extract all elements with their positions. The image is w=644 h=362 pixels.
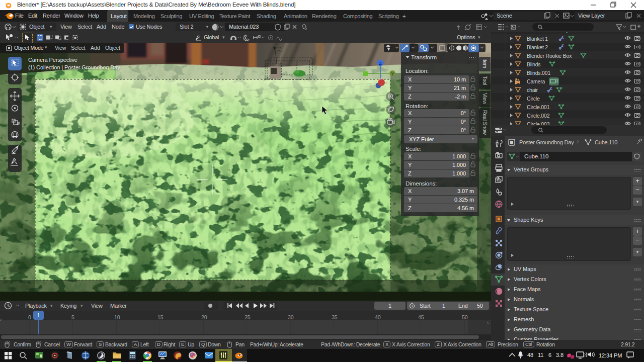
svg-text:Blender Rookie Box: Blender Rookie Box <box>527 53 572 59</box>
svg-text:Blinds: Blinds <box>527 61 540 67</box>
svg-text:chair: chair <box>527 87 538 93</box>
svg-text:Blinds.001: Blinds.001 <box>527 70 550 76</box>
svg-text:Circle.001: Circle.001 <box>527 104 550 110</box>
svg-text:48: 48 <box>527 352 533 358</box>
svg-text:Circle.002: Circle.002 <box>527 113 550 119</box>
svg-text:6: 6 <box>548 352 551 358</box>
svg-text:Poster Groundhog Day: Poster Groundhog Day <box>519 139 574 145</box>
svg-text:Circle.003: Circle.003 <box>527 121 550 125</box>
svg-text:Y: Y <box>391 71 394 76</box>
svg-text:Circle: Circle <box>527 96 540 102</box>
svg-text:11: 11 <box>538 352 543 358</box>
svg-text:12:34 PM: 12:34 PM <box>599 352 622 358</box>
svg-text:Blanket 2: Blanket 2 <box>527 44 548 50</box>
svg-text:Camera: Camera <box>527 78 545 84</box>
svg-text:3.8: 3.8 <box>556 352 564 358</box>
svg-text:Cube.110: Cube.110 <box>595 139 617 145</box>
svg-text:Blanket 1: Blanket 1 <box>527 36 548 42</box>
svg-text:Z: Z <box>379 61 382 66</box>
